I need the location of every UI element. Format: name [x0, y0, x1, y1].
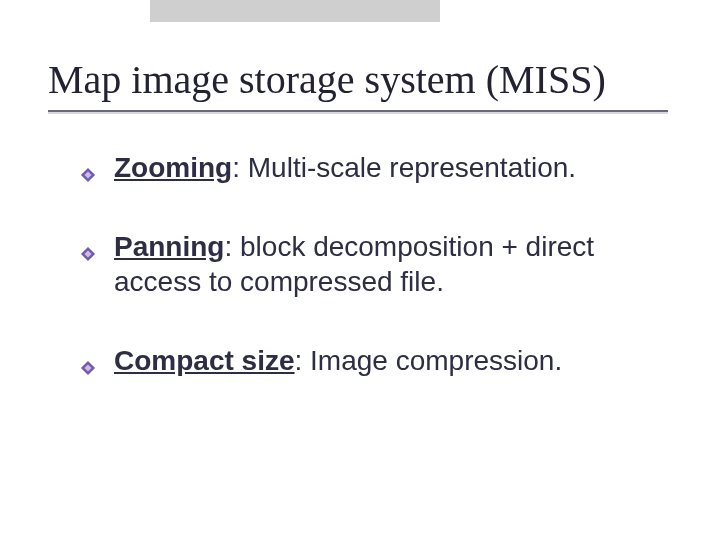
item-label: Panning: [114, 231, 224, 262]
title-underline: [48, 110, 668, 112]
item-text: : Image compression.: [295, 345, 563, 376]
item-text: : Multi-scale representation.: [232, 152, 576, 183]
list-item: Zooming: Multi-scale representation.: [80, 150, 660, 185]
diamond-bullet-icon: [80, 235, 96, 251]
top-shadow-strip: [150, 0, 440, 22]
item-label: Compact size: [114, 345, 295, 376]
slide-body: Zooming: Multi-scale representation. Pan…: [80, 150, 660, 422]
diamond-bullet-icon: [80, 156, 96, 172]
diamond-bullet-icon: [80, 349, 96, 365]
list-item: Panning: block decomposition + direct ac…: [80, 229, 660, 299]
slide-title: Map image storage system (MISS): [48, 58, 680, 102]
list-item: Compact size: Image compression.: [80, 343, 660, 378]
item-label: Zooming: [114, 152, 232, 183]
slide: Map image storage system (MISS) Zooming:…: [0, 0, 720, 540]
